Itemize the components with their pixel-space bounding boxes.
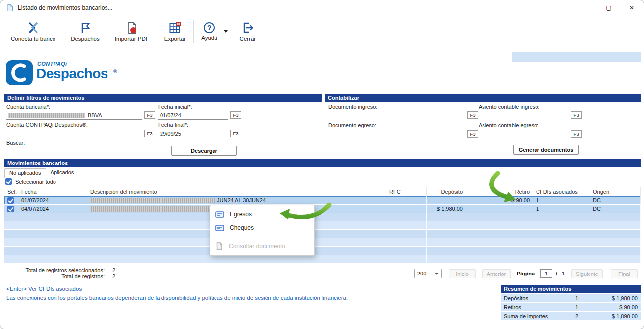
table-row-empty[interactable] xyxy=(4,213,641,221)
row-checkbox[interactable] xyxy=(7,197,14,204)
asiento-egreso-label: Asiento contable egreso: xyxy=(479,122,538,128)
excel-export-icon xyxy=(168,21,181,34)
asiento-ingreso-field[interactable] xyxy=(479,112,569,120)
table-header-row: Sel. Fecha Descripción del movimiento RF… xyxy=(4,187,641,196)
table-row[interactable]: 01/07/2024 JUN24 AL 30JUN24 $ 90.00 1 DC xyxy=(4,196,641,205)
descripcion-ellipsis: ... xyxy=(320,206,324,212)
total-registros-label: Total de registros: xyxy=(5,274,105,279)
column-header-fecha[interactable]: Fecha xyxy=(18,187,87,196)
table-row-empty[interactable] xyxy=(4,230,641,238)
conecta-tu-banco-button[interactable]: Conecta tu banco xyxy=(4,15,62,48)
cuenta-bancaria-field[interactable]: BBVA xyxy=(6,111,142,120)
toolbar: Conecta tu banco Despachos Importar PDF xyxy=(0,15,644,48)
importar-pdf-button[interactable]: Importar PDF xyxy=(108,15,156,48)
table-row-empty[interactable] xyxy=(4,238,641,247)
fecha-final-label: Fecha final*: xyxy=(158,122,188,128)
toolbar-button-label: Ayuda xyxy=(201,35,217,41)
siguiente-button[interactable]: Siguiente xyxy=(571,269,603,278)
toolbar-button-label: Despachos xyxy=(71,36,100,42)
tab-no-aplicados[interactable]: No aplicados xyxy=(4,168,46,178)
document-icon xyxy=(6,4,14,12)
buscar-label: Buscar: xyxy=(6,140,25,146)
resumen-row: Suma de importes 2 $ 1,890.00 xyxy=(501,312,641,320)
documento-egreso-f3-button[interactable]: F3 xyxy=(467,130,478,138)
column-header-origen[interactable]: Origen xyxy=(590,187,641,196)
resumen-count: 1 xyxy=(575,295,578,301)
pagina-label: Página xyxy=(517,271,535,276)
minimize-button[interactable]: — xyxy=(575,0,597,15)
cerrar-button[interactable]: Cerrar xyxy=(233,15,263,48)
buscar-input[interactable] xyxy=(6,147,139,155)
table-row-empty[interactable] xyxy=(4,247,641,255)
toolbar-button-label: Exportar xyxy=(164,36,186,42)
cuenta-contpaqi-f3-button[interactable]: F3 xyxy=(144,130,155,137)
asiento-egreso-field[interactable] xyxy=(479,131,569,139)
total-pages-value: 1 xyxy=(562,271,565,276)
fecha-inicial-label: Fecha inicial*: xyxy=(158,104,192,110)
fecha-inicial-f3-button[interactable]: F3 xyxy=(230,111,241,119)
asiento-ingreso-label: Asiento contable ingreso: xyxy=(479,104,540,110)
documento-egreso-field[interactable] xyxy=(328,131,465,139)
page-slash: / xyxy=(556,271,557,276)
menu-item-label: Consultar documento xyxy=(229,243,285,250)
cell-origen: DC xyxy=(590,196,641,204)
generar-documentos-button[interactable]: Generar documentos xyxy=(513,145,579,155)
cuenta-contpaqi-label: Cuenta CONTPAQi Despachos®: xyxy=(6,122,88,128)
document-icon xyxy=(215,242,223,250)
column-header-retiro[interactable]: Retiro xyxy=(466,187,533,196)
total-registros-value: 2 xyxy=(112,274,115,279)
page-size-select[interactable]: 200 xyxy=(414,269,442,278)
cuenta-contpaqi-field[interactable] xyxy=(6,130,142,138)
cell-sel xyxy=(4,205,18,213)
final-button[interactable]: Final xyxy=(611,269,638,278)
contpaqi-despachos-logo: CONTPAQi Despachos ® xyxy=(5,58,144,90)
column-header-rfc[interactable]: RFC xyxy=(386,187,427,196)
menu-item-cheques[interactable]: Cheques xyxy=(210,221,314,235)
current-page-input[interactable]: 1 xyxy=(540,269,552,278)
asiento-egreso-f3-button[interactable]: F3 xyxy=(571,130,582,138)
redacted-text xyxy=(90,206,214,212)
fecha-final-f3-button[interactable]: F3 xyxy=(230,130,241,137)
table-row[interactable]: 04/07/2024 4 ... $ 1,980.00 1 DC xyxy=(4,205,641,213)
resumen-amount: $ 1,980.00 xyxy=(612,295,638,301)
column-header-sel[interactable]: Sel. xyxy=(4,187,18,196)
cell-cfdis: 1 xyxy=(533,196,590,204)
resumen-count: 1 xyxy=(575,304,578,310)
bank-connect-icon xyxy=(27,21,40,34)
cell-rfc xyxy=(386,205,427,213)
documento-ingreso-field[interactable] xyxy=(328,112,465,120)
documento-ingreso-f3-button[interactable]: F3 xyxy=(467,111,478,119)
row-checkbox[interactable] xyxy=(7,206,14,212)
close-button[interactable]: ✕ xyxy=(620,0,643,15)
exportar-button[interactable]: Exportar xyxy=(158,15,192,48)
anterior-button[interactable]: Anterior xyxy=(482,269,511,278)
toolbar-button-label: Importar PDF xyxy=(115,36,149,42)
tab-aplicados[interactable]: Aplicados xyxy=(46,168,79,178)
ayuda-button[interactable]: ? Ayuda xyxy=(195,15,223,48)
redacted-text xyxy=(90,198,215,203)
menu-item-egresos[interactable]: Egresos xyxy=(210,207,314,221)
inicio-button[interactable]: Inicio xyxy=(449,269,476,278)
cell-fecha: 04/07/2024 xyxy=(18,205,87,213)
fecha-final-field[interactable]: 29/09/25 xyxy=(158,130,228,138)
enter-hint: <Enter> Ver CFDIs asociados xyxy=(6,286,82,292)
column-header-deposito[interactable]: Depósito xyxy=(427,187,466,196)
fecha-inicial-field[interactable]: 01/07/24 xyxy=(158,111,228,120)
table-row-empty[interactable] xyxy=(4,221,641,230)
resumen-count: 2 xyxy=(575,313,578,319)
cuenta-bancaria-f3-button[interactable]: F3 xyxy=(144,111,155,119)
column-header-descripcion[interactable]: Descripción del movimiento xyxy=(87,187,386,196)
divider xyxy=(0,282,644,282)
toolbar-button-label: Conecta tu banco xyxy=(11,36,55,42)
descargar-button[interactable]: Descargar xyxy=(171,146,237,156)
ayuda-dropdown[interactable] xyxy=(224,15,231,48)
maximize-button[interactable]: ▢ xyxy=(597,0,620,15)
cuenta-bancaria-value: BBVA xyxy=(88,112,102,118)
tab-bar: No aplicados Aplicados xyxy=(4,168,78,178)
despachos-button[interactable]: Despachos xyxy=(64,15,106,48)
select-all-checkbox[interactable] xyxy=(5,178,12,185)
table-row-empty[interactable] xyxy=(4,255,641,264)
column-header-cfdis[interactable]: CFDIs asociados xyxy=(533,187,590,196)
asiento-ingreso-f3-button[interactable]: F3 xyxy=(571,111,582,119)
cell-retiro xyxy=(466,205,533,213)
